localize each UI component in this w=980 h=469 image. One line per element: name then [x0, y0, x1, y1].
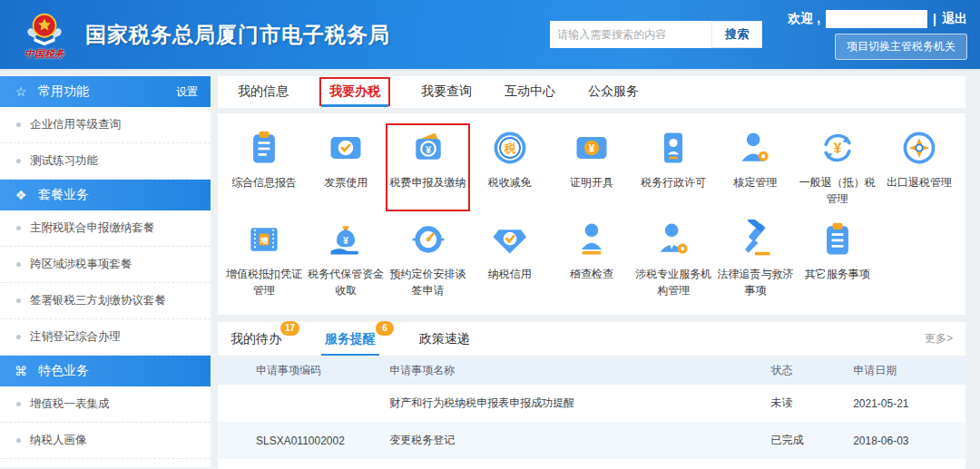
- sidebar-settings-link[interactable]: 设置: [176, 84, 198, 100]
- panel-tab[interactable]: 政策速递: [419, 323, 470, 356]
- service-item[interactable]: ¥证明开具: [551, 124, 632, 210]
- svg-text:¥: ¥: [425, 144, 431, 155]
- sidebar-item[interactable]: 纳税人画像: [0, 423, 211, 459]
- wallet-yen-icon: ¥: [408, 128, 448, 168]
- badge-count: 17: [280, 321, 299, 336]
- service-item-label: 核定管理: [733, 174, 777, 191]
- tax-seal-icon: 税: [490, 128, 530, 168]
- table-row[interactable]: SLSXA071003999undefined已完成2018-03-19: [218, 459, 965, 469]
- sidebar-item[interactable]: 主附税联合申报缴纳套餐: [0, 210, 211, 247]
- table-cell: 财产和行为税纳税申报表申报成功提醒: [382, 385, 763, 422]
- svg-text:¥: ¥: [589, 142, 595, 155]
- sidebar-item[interactable]: 签署银税三方划缴协议套餐: [0, 283, 211, 319]
- service-item[interactable]: 税税收减免: [469, 124, 551, 210]
- grid-icon: ⌘: [13, 364, 29, 378]
- switch-tax-authority-button[interactable]: 项目切换主管税务机关: [835, 34, 967, 60]
- table-header-cell: 申请日期: [846, 357, 965, 385]
- service-item[interactable]: 税务行政许可: [632, 124, 714, 210]
- nav-tab[interactable]: 互动中心: [503, 76, 557, 108]
- main-nav-tabs: 我的信息我要办税我要查询互动中心公众服务: [218, 76, 965, 108]
- sidebar-section-title: 特色业务: [38, 363, 89, 379]
- nav-tab[interactable]: 我要办税: [319, 77, 390, 106]
- table-row[interactable]: SLSXA011002002变更税务登记已完成2018-06-03: [218, 422, 965, 459]
- badge-count: 6: [376, 321, 394, 336]
- service-item[interactable]: 综合信息报告: [223, 124, 305, 210]
- nav-tab[interactable]: 公众服务: [586, 76, 641, 108]
- bullet-icon: [16, 159, 21, 163]
- bullet-icon: [16, 122, 21, 127]
- table-cell: SLSXA011002002: [218, 422, 382, 459]
- service-item-label: 税费申报及缴纳: [390, 174, 466, 191]
- service-item[interactable]: 稽查检查: [551, 216, 632, 302]
- service-item-label: 其它服务事项: [805, 266, 870, 282]
- search-button[interactable]: 搜索: [711, 21, 762, 48]
- vat-voucher-icon: 增: [244, 220, 284, 259]
- sidebar-item-label: 增值税一表集成: [30, 396, 110, 412]
- ticket-check-icon: [326, 128, 366, 168]
- clipboard2-icon: [818, 220, 858, 259]
- id-card-icon: [653, 128, 693, 168]
- service-item-label: 税务行政许可: [641, 174, 706, 191]
- service-grid: 综合信息报告发票使用¥税费申报及缴纳税税收减免¥证明开具税务行政许可核定管理¥一…: [218, 113, 965, 315]
- sidebar-item[interactable]: 企业信用等级查询: [0, 107, 211, 143]
- service-item[interactable]: 发票使用: [305, 124, 387, 210]
- panel-tab[interactable]: 我的待办17: [230, 323, 281, 356]
- service-item-label: 税务代保管资金收取: [307, 266, 385, 298]
- service-item[interactable]: 纳税信用: [469, 216, 551, 302]
- service-row: 增增值税抵扣凭证管理¥税务代保管资金收取预约定价安排谈签申请纳税信用稽查检查涉税…: [223, 216, 960, 302]
- search-input[interactable]: [550, 21, 711, 48]
- sidebar-item-label: 测试练习功能: [30, 153, 98, 169]
- sidebar-item[interactable]: 增值税一表集成: [0, 386, 211, 423]
- service-item[interactable]: ¥税务代保管资金收取: [305, 216, 387, 302]
- logo-caption: 中国税务: [24, 47, 64, 61]
- panel-tab[interactable]: 服务提醒6: [325, 323, 376, 356]
- sidebar-item-label: 纳税人画像: [30, 433, 87, 448]
- service-item[interactable]: 出口退税管理: [878, 124, 960, 210]
- sidebar-item[interactable]: 注销登记综合办理: [0, 319, 211, 356]
- table-cell: 变更税务登记: [382, 422, 763, 459]
- service-item[interactable]: ¥一般退（抵）税管理: [797, 124, 878, 210]
- diamond-check-icon: [490, 220, 530, 259]
- nav-tab[interactable]: 我要查询: [419, 76, 474, 108]
- star-icon: ☆: [13, 84, 29, 99]
- person-gear-icon: [735, 128, 775, 168]
- service-item-label: 综合信息报告: [231, 174, 297, 191]
- bullet-icon: [16, 262, 21, 267]
- ticket-yen-icon: ¥: [572, 128, 612, 168]
- service-item[interactable]: ¥税费申报及缴纳: [387, 124, 468, 210]
- service-item-label: 预约定价安排谈签申请: [388, 266, 466, 298]
- sidebar-section-header[interactable]: ☆常用功能设置: [0, 76, 211, 107]
- service-item-label: 税收减免: [488, 174, 532, 191]
- clipboard-icon: [244, 128, 284, 168]
- sidebar-item[interactable]: 跨区域涉税事项套餐: [0, 247, 211, 283]
- sidebar-section-header[interactable]: ❖套餐业务: [0, 180, 211, 210]
- sidebar-section-header[interactable]: ⌘特色业务: [0, 356, 211, 386]
- person-tie-gear-icon: [653, 220, 693, 259]
- service-item[interactable]: 增增值税抵扣凭证管理: [223, 216, 305, 302]
- table-cell: 已完成: [764, 422, 847, 459]
- nav-tab[interactable]: 我的信息: [236, 76, 290, 108]
- person-stamp-icon: [572, 220, 612, 259]
- welcome-label: 欢迎 ,: [788, 11, 820, 27]
- sidebar-item-label: 跨区域涉税事项套餐: [30, 257, 132, 272]
- request-table: 申请事项编码申请事项名称状态申请日期 财产和行为税纳税申报表申报成功提醒未读20…: [218, 357, 965, 469]
- service-row: 综合信息报告发票使用¥税费申报及缴纳税税收减免¥证明开具税务行政许可核定管理¥一…: [223, 124, 960, 210]
- more-link[interactable]: 更多>: [925, 331, 953, 347]
- table-cell: 已完成: [764, 459, 847, 469]
- service-item[interactable]: 法律追责与救济事项: [714, 216, 796, 302]
- logout-link[interactable]: 退出: [942, 11, 967, 27]
- sidebar-item-label: 企业信用等级查询: [30, 117, 121, 132]
- refund-cycle-icon: ¥: [818, 128, 858, 168]
- service-item[interactable]: 核定管理: [714, 124, 796, 210]
- table-header-cell: 申请事项名称: [382, 357, 763, 385]
- bullet-icon: [16, 298, 21, 303]
- service-item-label: 发票使用: [324, 174, 368, 191]
- service-item[interactable]: 涉税专业服务机构管理: [632, 216, 714, 302]
- service-item-label: 法律追责与救济事项: [716, 266, 794, 298]
- service-item[interactable]: 预约定价安排谈签申请: [387, 216, 468, 302]
- service-item[interactable]: 其它服务事项: [797, 216, 878, 302]
- sidebar-item[interactable]: 测试练习功能: [0, 143, 211, 180]
- table-row[interactable]: 财产和行为税纳税申报表申报成功提醒未读2021-05-21: [218, 385, 965, 422]
- service-item-label: 证明开具: [570, 174, 613, 191]
- svg-text:增: 增: [260, 237, 269, 245]
